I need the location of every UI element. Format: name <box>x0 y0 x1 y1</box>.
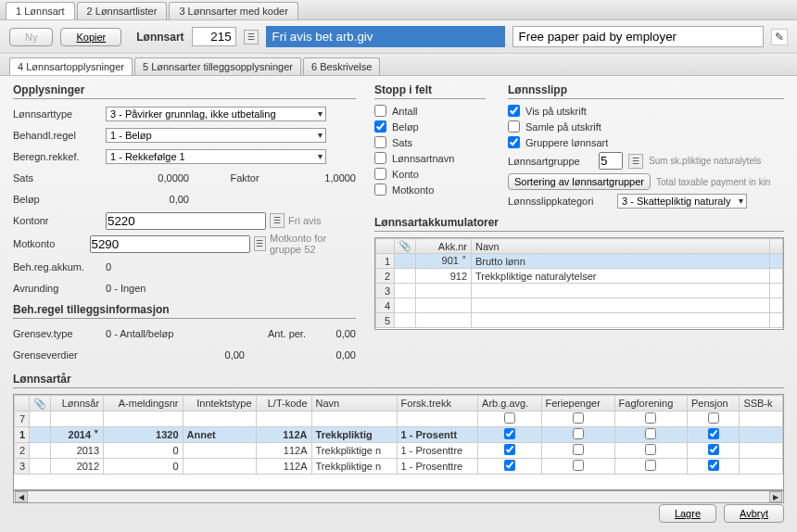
avrunding-label: Avrunding <box>13 283 102 294</box>
lonnsarttype-select[interactable]: 3 - Påvirker grunnlag, ikke utbetaling <box>106 107 326 121</box>
toolbar: Ny Kopier Lønnsart ☰ ✎ <box>0 20 797 54</box>
tab-lonnsartlister[interactable]: 2 Lønnsartlister <box>77 2 168 19</box>
behreg-label: Beh.reg.akkum. <box>13 261 102 272</box>
grensev-label: Grensev.type <box>13 328 102 339</box>
behandl-select[interactable]: 1 - Beløp <box>106 128 326 143</box>
grenseverdier-value: 0,00 <box>106 349 245 361</box>
scroll-right-icon[interactable]: ▶ <box>769 491 782 502</box>
opplysninger-title: Opplysninger <box>13 83 356 99</box>
stopp-motkonto[interactable]: Motkonto <box>374 184 486 196</box>
new-button[interactable]: Ny <box>9 28 53 46</box>
stopp-sats[interactable]: Sats <box>374 136 486 148</box>
motkonto-input[interactable] <box>90 235 250 253</box>
subtab-beskrivelse[interactable]: 6 Beskrivelse <box>303 57 380 75</box>
gruppe-hint: Sum sk.pliktige naturalytels <box>649 156 761 166</box>
left-col: Opplysninger Lønnsarttype 3 - Påvirker g… <box>13 83 356 367</box>
sats-value: 0,0000 <box>106 172 189 184</box>
gruppe-picker-icon[interactable]: ☰ <box>628 154 643 169</box>
antper-label: Ant. per. <box>211 328 315 339</box>
year-grid[interactable]: 📎LønnsårA-meldingsnrInntektstypeL/T-kode… <box>13 394 784 490</box>
attach-icon: 📎 <box>395 239 416 254</box>
stopp-antall[interactable]: Antall <box>374 105 486 117</box>
stopp-konto[interactable]: Konto <box>374 168 486 180</box>
behandl-label: Behandl.regel <box>13 130 102 141</box>
grenseverdier-label: Grenseverdier <box>13 349 102 361</box>
kontonr-picker-icon[interactable]: ☰ <box>270 213 285 228</box>
top-tabs: 1 Lønnsart 2 Lønnsartlister 3 Lønnsarter… <box>0 0 797 20</box>
lonnsslipp-title: Lønnsslipp <box>508 83 784 99</box>
sortering-button[interactable]: Sortering av lønnsartgrupper <box>508 173 651 190</box>
belop-label: Beløp <box>13 194 102 205</box>
akk-title: Lønnsartakkumulatorer <box>374 216 784 232</box>
tab-lonnsarter-koder[interactable]: 3 Lønnsarter med koder <box>169 2 297 19</box>
motkonto-text: Motkonto for gruppe 52 <box>270 233 356 255</box>
akk-row[interactable]: 3 <box>376 284 783 298</box>
faktor-label: Faktor <box>193 172 297 184</box>
year-section: Lønnsartår 📎LønnsårA-meldingsnrInntektst… <box>0 367 797 503</box>
save-button[interactable]: Lagre <box>659 504 716 523</box>
lonnsarttype-label: Lønnsarttype <box>13 108 102 120</box>
beregn-select[interactable]: 1 - Rekkefølge 1 <box>106 149 326 164</box>
stopp-title: Stopp i felt <box>374 83 486 99</box>
motkonto-label: Motkonto <box>13 238 86 249</box>
subtab-tillegg[interactable]: 5 Lønnsarter tilleggsopplysninger <box>134 57 301 75</box>
faktor-value: 1,0000 <box>300 172 356 184</box>
sats-label: Sats <box>13 172 102 184</box>
lonnsslipp-samle[interactable]: Samle på utskrift <box>508 120 784 133</box>
subtab-opplysninger[interactable]: 4 Lønnsartopplysninger <box>9 57 133 75</box>
akk-row[interactable]: 1 901 ˅Brutto lønn <box>376 254 783 269</box>
year-row[interactable]: 2 2013 0112A Trekkpliktige n1 - Prosentt… <box>15 443 783 459</box>
gruppe-input[interactable] <box>599 152 623 170</box>
kontonr-text: Fri avis <box>288 215 321 226</box>
lonnsart-label: Lønnsart <box>136 31 183 44</box>
year-row[interactable]: 3 2012 0112A Trekkpliktige n1 - Prosentt… <box>15 459 783 475</box>
behregel-title: Beh.regel tilleggsinformasjon <box>13 303 356 319</box>
sortering-hint: Total taxable payment in kin <box>656 177 770 187</box>
stopp-lonnsartnavn[interactable]: Lønnsartnavn <box>374 152 486 164</box>
kontonr-input[interactable] <box>106 212 266 230</box>
lonnsart-code-input[interactable] <box>192 27 236 46</box>
scroll-left-icon[interactable]: ◀ <box>15 491 28 502</box>
kontonr-label: Kontonr <box>13 215 102 226</box>
list-picker-icon[interactable]: ☰ <box>244 30 259 44</box>
belop-value: 0,00 <box>106 194 189 205</box>
edit-icon[interactable]: ✎ <box>771 29 788 45</box>
avrunding-value: 0 - Ingen <box>106 283 145 294</box>
lonnsslipp-vis[interactable]: Vis på utskrift <box>508 105 784 117</box>
content: Opplysninger Lønnsarttype 3 - Påvirker g… <box>0 76 797 367</box>
kategori-select[interactable]: 3 - Skattepliktig naturaly <box>617 194 747 209</box>
antper-value: 0,00 <box>319 328 356 339</box>
stopp-belop[interactable]: Beløp <box>374 120 486 133</box>
akk-row[interactable]: 4 <box>376 298 783 313</box>
behreg-value: 0 <box>106 261 111 272</box>
beregn-label: Beregn.rekkef. <box>13 151 102 162</box>
lonnsart-name-en-input[interactable] <box>512 26 764 47</box>
copy-button[interactable]: Kopier <box>60 28 121 46</box>
cancel-button[interactable]: Avbryt <box>724 504 784 523</box>
tab-lonnsart[interactable]: 1 Lønnsart <box>6 2 75 19</box>
year-row[interactable]: 1 2014 ˅ 1320Annet112A Trekkpliktig1 - P… <box>15 427 783 443</box>
grensev-value: 0 - Antall/beløp <box>106 328 208 339</box>
grenseverdier2-value: 0,00 <box>248 349 356 361</box>
lonnsart-name-input[interactable] <box>266 26 505 47</box>
year-row[interactable]: 7 <box>15 412 783 427</box>
sub-tabs: 4 Lønnsartopplysninger 5 Lønnsarter till… <box>0 54 797 76</box>
year-scrollbar[interactable]: ◀ ▶ <box>13 490 784 503</box>
kategori-label: Lønnsslippkategori <box>508 196 612 207</box>
motkonto-picker-icon[interactable]: ☰ <box>254 236 266 251</box>
akk-row[interactable]: 5 <box>376 313 783 328</box>
akk-row[interactable]: 2 912Trekkpliktige naturalytelser <box>376 269 783 284</box>
footer: Lagre Avbryt <box>659 504 784 523</box>
right-col: Stopp i felt Antall Beløp Sats Lønnsartn… <box>374 83 784 367</box>
lonnsslipp-gruppere[interactable]: Gruppere lønnsart <box>508 136 784 148</box>
year-title: Lønnsartår <box>13 373 784 388</box>
akk-table[interactable]: 📎 Akk.nr Navn 1 901 ˅Brutto lønn2 912Tre… <box>374 237 784 330</box>
gruppe-label: Lønnsartgruppe <box>508 156 593 167</box>
